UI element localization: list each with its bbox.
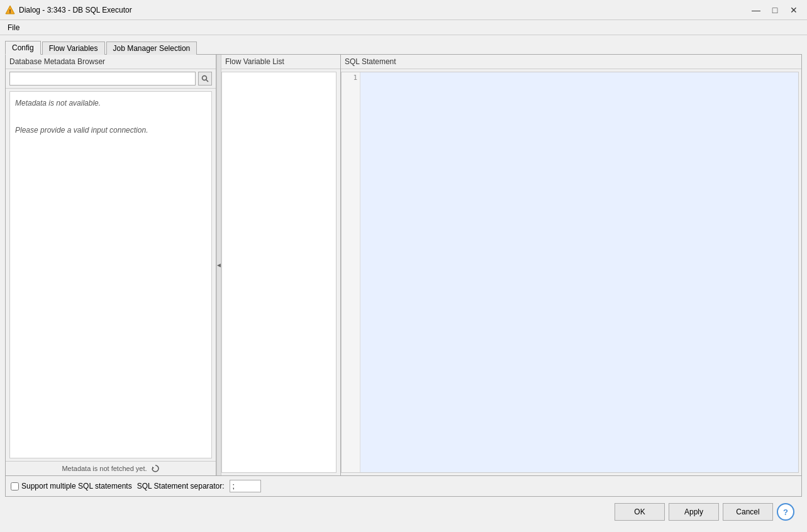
svg-line-3 — [206, 80, 208, 82]
help-button[interactable]: ? — [777, 503, 794, 521]
left-panel-footer: Metadata is not fetched yet. — [6, 461, 216, 475]
flow-variable-header: Flow Variable List — [221, 55, 340, 69]
metadata-line3: Please provide a valid input connection. — [15, 124, 206, 138]
metadata-fetch-status: Metadata is not fetched yet. — [62, 465, 147, 472]
search-input[interactable] — [9, 72, 196, 86]
left-panel: Database Metadata Browser Metadata is no… — [6, 55, 216, 475]
tab-flow-variables[interactable]: Flow Variables — [42, 42, 105, 55]
cancel-button[interactable]: Cancel — [723, 503, 773, 521]
maximize-button[interactable]: □ — [767, 4, 783, 16]
close-button[interactable]: ✕ — [786, 4, 802, 16]
search-row — [6, 69, 216, 89]
support-multiple-label[interactable]: Support multiple SQL statements — [11, 482, 132, 490]
flow-variable-list — [221, 72, 337, 473]
sql-area-wrapper: 1 — [341, 72, 799, 473]
search-icon — [201, 75, 209, 82]
support-multiple-checkbox[interactable] — [11, 482, 19, 490]
title-bar: ! Dialog - 3:343 - DB SQL Executor — □ ✕ — [0, 0, 807, 20]
main-panel: Database Metadata Browser Metadata is no… — [5, 54, 802, 497]
footer-bar: OK Apply Cancel ? — [5, 497, 802, 527]
vertical-splitter[interactable]: ◄ — [216, 55, 221, 475]
window-controls: — □ ✕ — [748, 4, 802, 16]
ok-button[interactable]: OK — [615, 503, 665, 521]
line-numbers: 1 — [342, 72, 360, 472]
right-panel: SQL Statement 1 — [341, 55, 801, 475]
db-metadata-header: Database Metadata Browser — [6, 55, 216, 69]
sql-statement-header: SQL Statement — [341, 55, 801, 69]
options-bar: Support multiple SQL statements SQL Stat… — [6, 475, 801, 496]
separator-label: SQL Statement separator: — [137, 482, 225, 490]
minimize-button[interactable]: — — [748, 4, 764, 16]
tab-bar: Config Flow Variables Job Manager Select… — [5, 40, 802, 54]
window-title: Dialog - 3:343 - DB SQL Executor — [19, 6, 132, 14]
menu-file[interactable]: File — [3, 22, 25, 33]
columns-area: Database Metadata Browser Metadata is no… — [6, 55, 801, 475]
dialog-content: Config Flow Variables Job Manager Select… — [0, 35, 807, 532]
app-icon: ! — [5, 5, 15, 15]
refresh-icon[interactable] — [151, 464, 160, 473]
tab-config[interactable]: Config — [5, 41, 41, 55]
sql-editor[interactable] — [360, 72, 798, 472]
search-button[interactable] — [198, 72, 212, 86]
sql-separator-input[interactable] — [230, 480, 261, 492]
tab-job-manager[interactable]: Job Manager Selection — [106, 42, 198, 55]
metadata-line1: Metadata is not available. — [15, 97, 206, 111]
svg-text:!: ! — [9, 8, 11, 14]
svg-marker-4 — [152, 467, 154, 469]
menu-bar: File — [0, 20, 807, 35]
line-number-1: 1 — [344, 74, 357, 82]
middle-panel: Flow Variable List — [221, 55, 341, 475]
svg-point-2 — [203, 76, 207, 80]
metadata-content: Metadata is not available. Please provid… — [9, 91, 212, 458]
metadata-line2 — [15, 111, 206, 125]
apply-button[interactable]: Apply — [669, 503, 719, 521]
